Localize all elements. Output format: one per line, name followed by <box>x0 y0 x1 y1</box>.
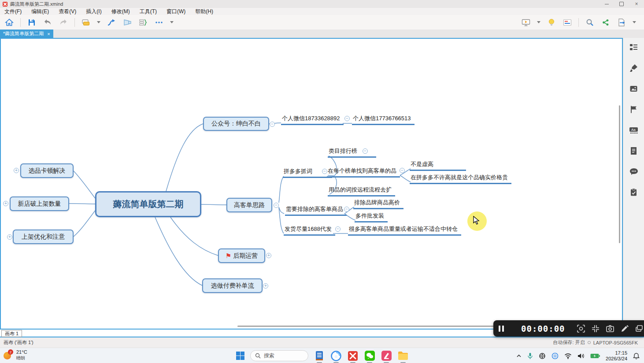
start-button[interactable] <box>236 352 245 360</box>
topic-fahuo[interactable]: 发货尽量1688代发 <box>284 225 335 236</box>
expand-icon[interactable]: + <box>263 283 268 289</box>
expand-icon[interactable]: + <box>3 201 8 206</box>
export-button[interactable] <box>617 18 626 27</box>
topic-gongzhonghao[interactable]: 公众号：绅白不白 <box>203 117 269 131</box>
collapse-icon[interactable]: − <box>344 207 349 212</box>
slide-notes-button[interactable] <box>563 18 572 27</box>
annotate-pen-icon[interactable] <box>620 324 629 333</box>
topic-yongpin[interactable]: 用品的词按远程流程去扩 <box>328 186 395 196</box>
collapse-icon[interactable]: − <box>400 168 405 173</box>
menu-item-file[interactable]: 文件(F) <box>4 8 22 15</box>
topic-duojian[interactable]: 多件批发装 <box>355 212 388 222</box>
microphone-tray-icon[interactable] <box>527 352 533 359</box>
taskbar-search[interactable]: 搜索 <box>250 350 308 361</box>
mindmap-canvas[interactable]: 薅流简单版第二期 公众号：绅白不白 选品卡顿解决 新店破上架数量 上架优化和注意… <box>0 38 623 330</box>
document-tab[interactable]: *薅流简单版第二期 × <box>0 30 53 38</box>
redo-button[interactable] <box>59 18 68 27</box>
xmind-taskbar-icon[interactable] <box>347 350 359 362</box>
restore-button[interactable] <box>614 0 629 8</box>
boundary-button[interactable] <box>122 18 132 27</box>
windows-overlay-icon[interactable] <box>635 324 644 333</box>
menu-item-modify[interactable]: 修改(M) <box>111 8 130 15</box>
collapse-icon[interactable]: − <box>270 122 275 127</box>
topic-weixin1[interactable]: 个人微信18733628892 <box>281 115 344 125</box>
presentation-dropdown-caret[interactable] <box>537 21 540 23</box>
topic-houqi[interactable]: ⚑ 后期运营 <box>218 248 265 263</box>
topic-bangdan[interactable]: 在每个榜单找到高客单的品 <box>327 167 400 178</box>
topic-leimu[interactable]: 类目排行榜 <box>328 147 376 158</box>
relationship-button[interactable] <box>107 18 116 27</box>
topic-xuanzuo[interactable]: 选做付费补单流 <box>202 278 263 293</box>
home-button[interactable] <box>4 18 14 27</box>
undo-button[interactable] <box>43 18 52 27</box>
sheet-tab-canvas1[interactable]: 画布 1 <box>1 330 22 337</box>
menu-item-window[interactable]: 窗口(W) <box>167 8 185 15</box>
summary-button[interactable] <box>138 18 148 27</box>
tab-close-icon[interactable]: × <box>47 31 50 37</box>
close-button[interactable]: × <box>629 0 644 8</box>
central-topic[interactable]: 薅流简单版第二期 <box>95 191 201 217</box>
topic-gaokedan[interactable]: 高客单思路 <box>226 198 272 212</box>
notes-icon[interactable] <box>629 146 639 156</box>
sheet-dropdown-caret[interactable] <box>97 21 100 23</box>
weather-widget[interactable]: 2 21°C 晴朗 <box>4 349 27 361</box>
wifi-icon[interactable] <box>564 353 572 359</box>
speaker-icon[interactable] <box>577 353 585 359</box>
taskbar-clock[interactable]: 17:15 2026/3/24 <box>606 350 627 362</box>
collapse-icon[interactable]: − <box>335 226 341 232</box>
task-icon[interactable] <box>629 187 639 197</box>
file-explorer-icon[interactable] <box>397 350 409 362</box>
expand-icon[interactable]: + <box>266 253 271 258</box>
topic-jiagegui[interactable]: 在拼多多不许高就是这个品确实价格贵 <box>410 174 511 184</box>
input-method-tray-icon[interactable] <box>539 352 546 359</box>
recorder-tray-icon[interactable] <box>551 352 559 359</box>
expand-icon[interactable]: + <box>14 168 19 173</box>
marker-flag-icon[interactable] <box>629 104 639 114</box>
insert-image-icon[interactable] <box>629 84 639 93</box>
lightbulb-button[interactable] <box>547 18 556 27</box>
vertical-scrollbar[interactable] <box>619 105 620 243</box>
minimize-button[interactable] <box>599 0 614 8</box>
collapse-icon[interactable]: − <box>274 203 279 208</box>
topic-zhongzhuan[interactable]: 很多高客单商品重量或者运输不适合中转仓 <box>348 225 461 236</box>
topic-bushixugao[interactable]: 不是虚高 <box>410 160 466 171</box>
topic-shangjia[interactable]: 上架优化和注意 <box>13 230 74 244</box>
sheet-button[interactable] <box>81 18 91 27</box>
collapse-toolbar-icon[interactable] <box>591 324 600 333</box>
presentation-button[interactable] <box>521 18 531 27</box>
topic-structure-icon[interactable] <box>629 42 639 52</box>
browser-app-icon[interactable] <box>330 350 342 362</box>
topic-xindian[interactable]: 新店破上架数量 <box>10 196 69 211</box>
wechat-app-icon[interactable] <box>364 350 375 362</box>
menu-item-help[interactable]: 帮助(H) <box>195 8 213 15</box>
topic-weixin2[interactable]: 个人微信17736766513 <box>352 115 415 125</box>
share-button[interactable] <box>601 18 611 27</box>
menu-item-edit[interactable]: 编辑(E) <box>31 8 49 15</box>
topic-pinpai[interactable]: 排除品牌商品高价 <box>353 199 403 209</box>
topic-paichu[interactable]: 需要排除的高客单商品 <box>285 205 347 216</box>
collapse-icon[interactable]: − <box>363 148 368 154</box>
video-app-icon[interactable] <box>381 350 392 362</box>
menu-item-insert[interactable]: 插入(I) <box>86 8 101 15</box>
expand-icon[interactable]: + <box>7 234 12 240</box>
menu-item-view[interactable]: 查看(V) <box>59 8 76 15</box>
topic-xuanpin[interactable]: 选品卡顿解决 <box>20 163 74 178</box>
more-tools-caret[interactable] <box>170 21 174 23</box>
format-brush-icon[interactable] <box>629 63 639 73</box>
comment-icon[interactable] <box>629 167 639 176</box>
save-button[interactable] <box>27 18 37 27</box>
tray-chevron-up-icon[interactable] <box>516 354 522 358</box>
notification-bell-icon[interactable] <box>633 352 640 359</box>
export-dropdown-caret[interactable] <box>633 21 636 23</box>
horizontal-scrollbar[interactable] <box>237 326 494 327</box>
collapse-icon[interactable]: − <box>322 169 327 174</box>
battery-icon[interactable] <box>590 353 600 359</box>
screenshot-camera-icon[interactable] <box>606 324 614 333</box>
collapse-icon[interactable]: − <box>344 116 350 121</box>
region-select-icon[interactable] <box>577 324 585 333</box>
label-icon[interactable]: Aa <box>629 125 639 135</box>
zoom-search-button[interactable] <box>585 18 595 27</box>
more-tools-button[interactable] <box>154 18 164 27</box>
notepad-app-icon[interactable] <box>314 350 325 362</box>
pause-recording-button[interactable] <box>499 326 504 332</box>
